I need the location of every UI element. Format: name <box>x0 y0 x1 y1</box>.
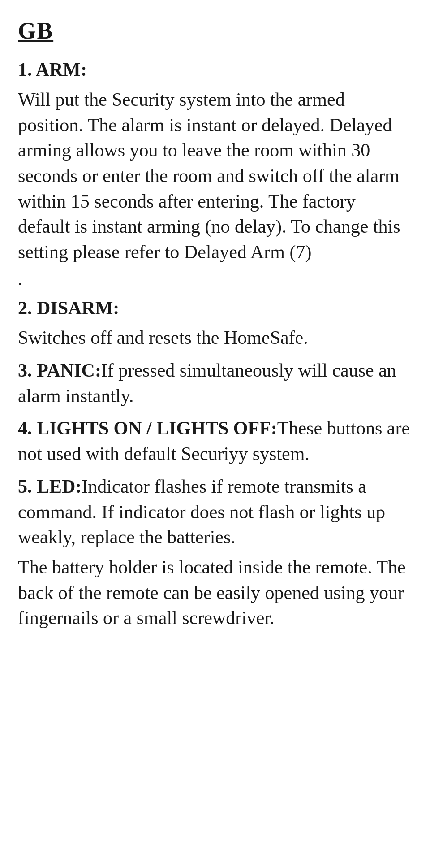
panic-content: 3. PANIC:If pressed simultaneously will … <box>18 358 412 408</box>
led-content: 5. LED:Indicator flashes if remote trans… <box>18 474 412 550</box>
arm-dot: . <box>18 269 412 288</box>
led-extra: The battery holder is located inside the… <box>18 555 412 631</box>
section-arm: 1. ARM: Will put the Security system int… <box>18 57 412 288</box>
arm-text: Will put the Security system into the ar… <box>18 87 412 265</box>
page-header: GB <box>18 18 412 43</box>
main-content: 1. ARM: Will put the Security system int… <box>18 57 412 631</box>
lights-content: 4. LIGHTS ON / LIGHTS OFF:These buttons … <box>18 416 412 466</box>
section-panic: 3. PANIC:If pressed simultaneously will … <box>18 358 412 408</box>
section-lights: 4. LIGHTS ON / LIGHTS OFF:These buttons … <box>18 416 412 466</box>
section-led: 5. LED:Indicator flashes if remote trans… <box>18 474 412 631</box>
disarm-heading: 2. DISARM: <box>18 295 412 321</box>
disarm-text: Switches off and resets the HomeSafe. <box>18 325 412 351</box>
page-title: GB <box>18 18 53 43</box>
section-disarm: 2. DISARM: Switches off and resets the H… <box>18 295 412 351</box>
arm-heading: 1. ARM: <box>18 57 412 82</box>
